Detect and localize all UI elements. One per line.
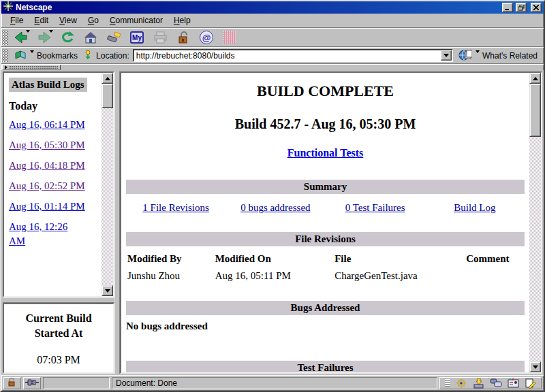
- main-scrollbar-thumb[interactable]: [529, 84, 541, 137]
- functional-tests-link[interactable]: Functional Tests: [126, 147, 525, 159]
- home-button[interactable]: [80, 29, 102, 46]
- build-logs-frame: Atlas Build Logs Today Aug 16, 06:14 PM …: [3, 71, 114, 297]
- composer-icon[interactable]: [525, 378, 536, 389]
- build-log-link[interactable]: Aug 16, 04:18 PM: [9, 159, 85, 173]
- search-button[interactable]: [103, 29, 125, 46]
- title-bar: Netscape: [1, 1, 544, 14]
- menu-help[interactable]: Help: [168, 14, 196, 27]
- frame-divider-horizontal[interactable]: [3, 297, 114, 303]
- toolbar-grippy[interactable]: [2, 30, 8, 45]
- current-build-heading: Current Build Started At: [18, 311, 99, 340]
- bugs-addressed-link[interactable]: 0 bugs addressed: [240, 202, 310, 213]
- whats-related-label: What's Related: [482, 51, 538, 61]
- main-scroll-down-button[interactable]: [529, 361, 541, 372]
- security-button[interactable]: [172, 29, 194, 46]
- security-lock-icon: [7, 377, 17, 389]
- file-revisions-section-header: File Revisions: [126, 232, 525, 246]
- bookmarks-caret-icon: [30, 50, 34, 53]
- build-log-link-main[interactable]: Build Log: [454, 202, 495, 213]
- location-bar: Bookmarks Location: What's Related: [1, 47, 544, 64]
- online-status-panel[interactable]: [23, 377, 41, 389]
- forward-button[interactable]: [33, 29, 55, 46]
- menu-bar: File Edit View Go Communicator Help: [1, 14, 544, 28]
- sidebar-scrollbar-track[interactable]: [102, 108, 113, 285]
- whats-related-globe-icon: [458, 49, 472, 63]
- location-icon: [83, 49, 93, 63]
- navigator-icon[interactable]: [456, 378, 467, 389]
- build-log-link[interactable]: Aug 16, 02:52 PM: [9, 179, 85, 193]
- build-log-link[interactable]: Aug 16, 01:14 PM: [9, 199, 85, 214]
- menu-file[interactable]: File: [5, 14, 29, 27]
- print-button[interactable]: [149, 29, 171, 46]
- summary-links-row: 1 File Revisions 0 bugs addressed 0 Test…: [126, 201, 525, 214]
- frameset: Atlas Build Logs Today Aug 16, 06:14 PM …: [1, 70, 544, 375]
- shop-button[interactable]: @: [196, 29, 217, 46]
- column-header-file: File: [333, 252, 465, 269]
- sidebar-title: Atlas Build Logs: [9, 78, 87, 92]
- bookmarks-button[interactable]: Bookmarks: [12, 48, 80, 63]
- sidebar-scrollbar-thumb[interactable]: [102, 84, 113, 108]
- sidebar-scrollbar[interactable]: [102, 73, 113, 296]
- window-title: Netscape: [16, 3, 499, 12]
- address-book-icon[interactable]: [508, 378, 519, 388]
- shop-icon: @: [200, 31, 213, 44]
- connection-plug-icon: [25, 377, 39, 389]
- build-logs-content: Atlas Build Logs Today Aug 16, 06:14 PM …: [4, 73, 102, 296]
- collapsed-toolbar-tab[interactable]: [2, 65, 61, 70]
- my-netscape-button[interactable]: My: [126, 29, 148, 46]
- left-column: Atlas Build Logs Today Aug 16, 06:14 PM …: [3, 71, 114, 374]
- build-log-link[interactable]: Aug 16, 06:14 PM: [9, 118, 85, 132]
- current-build-frame: Current Build Started At 07:03 PM: [3, 303, 114, 374]
- mailbox-icon[interactable]: [473, 378, 484, 389]
- whats-related-caret-icon: [476, 50, 480, 53]
- main-scroll-up-button[interactable]: [529, 73, 541, 84]
- close-button[interactable]: [531, 3, 542, 12]
- component-bar: [439, 377, 542, 389]
- progress-meter: [43, 377, 110, 389]
- column-header-comment: Comment: [465, 252, 525, 269]
- main-content: BUILD COMPLETE Build 452.7 - Aug 16, 05:…: [121, 73, 529, 372]
- main-scrollbar[interactable]: [529, 73, 541, 372]
- minimize-button[interactable]: [502, 3, 513, 12]
- test-failures-link[interactable]: 0 Test Failures: [345, 202, 405, 213]
- cell-file: ChargeGenTest.java: [333, 269, 465, 283]
- status-bar: Document: Done: [1, 375, 544, 391]
- file-revisions-link[interactable]: 1 File Revisions: [142, 202, 209, 213]
- security-status-panel[interactable]: [3, 377, 21, 389]
- component-bar-grippy[interactable]: [445, 379, 450, 387]
- build-log-link[interactable]: Aug 16, 05:30 PM: [9, 138, 85, 152]
- my-netscape-icon: My: [130, 31, 144, 44]
- sidebar-scroll-down-button[interactable]: [102, 285, 113, 296]
- reload-button[interactable]: [57, 29, 78, 46]
- strip-grippy-dots: [10, 66, 58, 69]
- url-dropdown-button[interactable]: [441, 50, 452, 61]
- stop-button[interactable]: [219, 29, 240, 46]
- frame-divider-vertical[interactable]: [114, 71, 120, 374]
- discussions-icon[interactable]: [490, 378, 502, 388]
- whats-related-button[interactable]: What's Related: [456, 48, 540, 63]
- forward-dropdown-caret: [49, 30, 53, 33]
- url-input[interactable]: [134, 50, 441, 61]
- sidebar-scroll-up-button[interactable]: [102, 73, 113, 84]
- expand-toolbar-icon: [5, 65, 7, 69]
- no-bugs-message: No bugs addressed: [126, 321, 525, 332]
- url-box: [133, 49, 453, 62]
- menu-communicator[interactable]: Communicator: [104, 14, 168, 27]
- build-log-link[interactable]: Aug 16, 12:26 AM: [9, 220, 85, 248]
- file-revisions-table: Modified By Modified On File Comment Jun…: [126, 252, 525, 283]
- locationbar-grippy[interactable]: [2, 49, 8, 62]
- bookmarks-icon: [14, 49, 27, 62]
- nav-toolbar: My @: [1, 28, 544, 47]
- location-label: Location:: [96, 51, 129, 61]
- back-button[interactable]: [10, 29, 32, 46]
- restore-button[interactable]: [516, 3, 527, 12]
- status-message: Document: Done: [112, 377, 437, 389]
- bookmarks-label: Bookmarks: [37, 51, 78, 61]
- menu-view[interactable]: View: [54, 14, 82, 27]
- menu-go[interactable]: Go: [82, 14, 104, 27]
- test-failures-section-header: Test Failures: [126, 361, 525, 372]
- menu-edit[interactable]: Edit: [29, 14, 54, 27]
- main-scrollbar-track[interactable]: [529, 137, 541, 361]
- netscape-window: Netscape File Edit View Go Communicator …: [0, 0, 545, 392]
- column-header-modified-by: Modified By: [126, 252, 214, 269]
